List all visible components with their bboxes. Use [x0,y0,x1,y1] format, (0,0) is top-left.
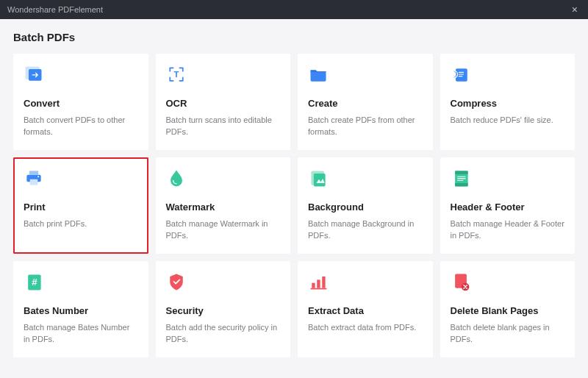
svg-text:T: T [173,70,179,79]
svg-rect-18 [311,288,327,290]
card-compress[interactable]: Compress Batch reduce PDFs' file size. [440,54,576,150]
card-title: Convert [24,98,138,109]
shield-icon [166,271,281,295]
card-title: Security [166,305,281,316]
svg-rect-9 [314,174,326,187]
app-title: Wondershare PDFelement [7,5,103,14]
svg-text:#: # [32,277,37,288]
card-convert[interactable]: Convert Batch convert PDFs to other form… [13,54,148,150]
convert-icon [24,64,138,88]
card-title: Print [24,202,138,213]
card-title: Extract Data [308,305,423,316]
card-title: OCR [166,98,281,109]
svg-rect-11 [455,171,468,174]
card-background[interactable]: Background Batch manage Background in PD… [298,157,433,254]
folder-icon [308,64,423,88]
batch-options-grid: Convert Batch convert PDFs to other form… [13,54,575,357]
svg-rect-15 [312,283,315,288]
card-header-footer[interactable]: Header & Footer Batch manage Header & Fo… [440,157,576,254]
card-title: Create [308,98,423,109]
header-footer-icon [451,168,565,191]
svg-rect-6 [30,179,38,185]
compress-icon [451,64,565,88]
svg-rect-16 [317,279,320,288]
card-title: Header & Footer [451,202,565,213]
card-title: Delete Blank Pages [451,305,565,316]
delete-page-icon [451,271,565,295]
background-icon [308,168,423,191]
card-create[interactable]: Create Batch create PDFs from other form… [298,54,433,150]
card-delete-blank[interactable]: Delete Blank Pages Batch delete blank pa… [440,261,576,357]
card-title: Watermark [166,202,281,213]
card-security[interactable]: Security Batch add the security policy i… [156,261,291,357]
card-desc: Batch print PDFs. [24,218,138,230]
card-desc: Batch delete blank pages in PDFs. [451,322,565,346]
droplet-icon [166,168,281,191]
card-title: Compress [451,98,565,109]
card-desc: Batch manage Watermark in PDFs. [166,218,281,242]
card-extract[interactable]: Extract Data Batch extract data from PDF… [298,261,433,357]
card-desc: Batch create PDFs from other formats. [308,115,423,138]
card-title: Bates Number [24,305,138,316]
bates-icon: # [24,271,138,295]
bar-chart-icon [308,271,423,295]
page-title: Batch PDFs [13,31,575,43]
svg-point-7 [37,176,39,177]
card-desc: Batch manage Header & Footer in PDFs. [451,218,565,242]
svg-rect-17 [322,277,325,288]
card-title: Background [308,202,423,213]
card-desc: Batch reduce PDFs' file size. [451,115,565,126]
ocr-icon: T [166,64,281,88]
svg-rect-12 [455,183,468,186]
card-desc: Batch turn scans into editable PDFs. [166,115,281,138]
svg-rect-4 [29,171,38,174]
card-desc: Batch convert PDFs to other formats. [24,115,138,138]
card-ocr[interactable]: T OCR Batch turn scans into editable PDF… [156,54,291,150]
card-desc: Batch extract data from PDFs. [308,322,423,334]
close-icon[interactable]: × [569,4,581,15]
printer-icon [24,168,138,191]
titlebar: Wondershare PDFelement × [0,0,588,19]
page-body: Batch PDFs Convert Batch convert PDFs to… [0,19,588,369]
card-bates[interactable]: # Bates Number Batch manage Bates Number… [13,261,148,357]
card-watermark[interactable]: Watermark Batch manage Watermark in PDFs… [156,157,291,254]
card-desc: Batch add the security policy in PDFs. [166,322,281,346]
card-desc: Batch manage Background in PDFs. [308,218,423,242]
card-print[interactable]: Print Batch print PDFs. [13,157,148,254]
card-desc: Batch manage Bates Number in PDFs. [24,322,138,346]
